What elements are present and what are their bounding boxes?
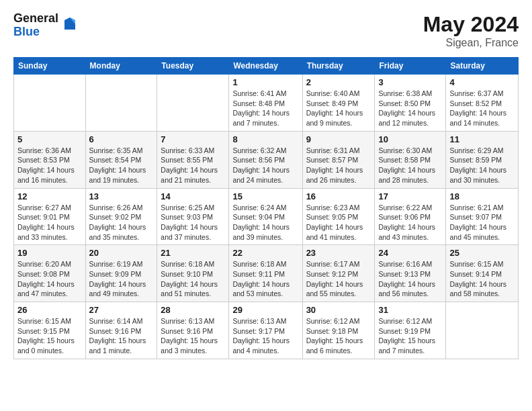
col-sunday: Sunday <box>14 58 86 75</box>
day-number: 14 <box>161 191 225 201</box>
calendar-cell: 5Sunrise: 6:36 AMSunset: 8:53 PMDaylight… <box>14 131 86 188</box>
calendar-page: General Blue May 2024 Sigean, France Sun… <box>0 0 532 366</box>
calendar-cell: 12Sunrise: 6:27 AMSunset: 9:01 PMDayligh… <box>14 188 86 245</box>
day-number: 28 <box>161 305 225 315</box>
calendar-cell: 16Sunrise: 6:23 AMSunset: 9:05 PMDayligh… <box>302 188 375 245</box>
day-info: Sunrise: 6:14 AMSunset: 9:16 PMDaylight:… <box>89 316 154 356</box>
header: General Blue May 2024 Sigean, France <box>13 12 519 49</box>
day-number: 19 <box>17 248 82 258</box>
day-number: 5 <box>17 134 82 144</box>
col-wednesday: Wednesday <box>229 58 302 75</box>
week-row-2: 12Sunrise: 6:27 AMSunset: 9:01 PMDayligh… <box>14 188 519 245</box>
day-info: Sunrise: 6:12 AMSunset: 9:19 PMDaylight:… <box>378 316 442 356</box>
calendar-cell: 7Sunrise: 6:33 AMSunset: 8:55 PMDaylight… <box>157 131 229 188</box>
day-info: Sunrise: 6:13 AMSunset: 9:16 PMDaylight:… <box>161 316 225 356</box>
logo-general: General <box>13 12 58 26</box>
day-info: Sunrise: 6:13 AMSunset: 9:17 PMDaylight:… <box>232 316 298 356</box>
day-number: 7 <box>161 134 225 144</box>
calendar-cell: 26Sunrise: 6:15 AMSunset: 9:15 PMDayligh… <box>14 302 86 359</box>
day-info: Sunrise: 6:37 AMSunset: 8:52 PMDaylight:… <box>449 89 515 128</box>
calendar-cell: 20Sunrise: 6:19 AMSunset: 9:09 PMDayligh… <box>85 245 157 302</box>
calendar-cell: 3Sunrise: 6:38 AMSunset: 8:50 PMDaylight… <box>375 75 446 132</box>
calendar-cell <box>157 75 229 132</box>
week-row-3: 19Sunrise: 6:20 AMSunset: 9:08 PMDayligh… <box>14 245 519 302</box>
day-info: Sunrise: 6:15 AMSunset: 9:14 PMDaylight:… <box>449 259 515 299</box>
day-number: 21 <box>161 248 225 258</box>
calendar-cell: 11Sunrise: 6:29 AMSunset: 8:59 PMDayligh… <box>446 131 519 188</box>
day-info: Sunrise: 6:35 AMSunset: 8:54 PMDaylight:… <box>89 146 154 185</box>
day-info: Sunrise: 6:29 AMSunset: 8:59 PMDaylight:… <box>449 146 515 185</box>
day-number: 26 <box>17 305 82 315</box>
day-info: Sunrise: 6:18 AMSunset: 9:11 PMDaylight:… <box>232 259 298 299</box>
calendar-cell: 15Sunrise: 6:24 AMSunset: 9:04 PMDayligh… <box>229 188 302 245</box>
header-row: Sunday Monday Tuesday Wednesday Thursday… <box>14 58 519 75</box>
week-row-0: 1Sunrise: 6:41 AMSunset: 8:48 PMDaylight… <box>14 75 519 132</box>
day-info: Sunrise: 6:38 AMSunset: 8:50 PMDaylight:… <box>378 89 442 128</box>
col-saturday: Saturday <box>446 58 519 75</box>
calendar-cell: 30Sunrise: 6:12 AMSunset: 9:18 PMDayligh… <box>302 302 375 359</box>
day-number: 13 <box>89 191 154 201</box>
day-number: 24 <box>378 248 442 258</box>
day-number: 3 <box>378 77 442 87</box>
calendar-cell: 24Sunrise: 6:16 AMSunset: 9:13 PMDayligh… <box>375 245 446 302</box>
calendar-cell <box>446 302 519 359</box>
col-thursday: Thursday <box>302 58 375 75</box>
day-info: Sunrise: 6:17 AMSunset: 9:12 PMDaylight:… <box>306 259 371 299</box>
day-number: 2 <box>306 77 371 87</box>
day-number: 30 <box>306 305 371 315</box>
day-info: Sunrise: 6:40 AMSunset: 8:49 PMDaylight:… <box>306 89 371 128</box>
day-info: Sunrise: 6:41 AMSunset: 8:48 PMDaylight:… <box>232 89 298 128</box>
day-number: 27 <box>89 305 154 315</box>
col-tuesday: Tuesday <box>157 58 229 75</box>
day-info: Sunrise: 6:30 AMSunset: 8:58 PMDaylight:… <box>378 146 442 185</box>
col-friday: Friday <box>375 58 446 75</box>
calendar-cell: 21Sunrise: 6:18 AMSunset: 9:10 PMDayligh… <box>157 245 229 302</box>
week-row-1: 5Sunrise: 6:36 AMSunset: 8:53 PMDaylight… <box>14 131 519 188</box>
calendar-cell: 2Sunrise: 6:40 AMSunset: 8:49 PMDaylight… <box>302 75 375 132</box>
calendar-cell: 17Sunrise: 6:22 AMSunset: 9:06 PMDayligh… <box>375 188 446 245</box>
title-area: May 2024 Sigean, France <box>423 12 519 49</box>
calendar-cell: 28Sunrise: 6:13 AMSunset: 9:16 PMDayligh… <box>157 302 229 359</box>
day-info: Sunrise: 6:15 AMSunset: 9:15 PMDaylight:… <box>17 316 82 356</box>
day-info: Sunrise: 6:32 AMSunset: 8:56 PMDaylight:… <box>232 146 298 185</box>
logo-text: General Blue <box>13 12 58 39</box>
day-number: 15 <box>232 191 298 201</box>
calendar-cell: 1Sunrise: 6:41 AMSunset: 8:48 PMDaylight… <box>229 75 302 132</box>
calendar-cell: 23Sunrise: 6:17 AMSunset: 9:12 PMDayligh… <box>302 245 375 302</box>
day-number: 18 <box>449 191 515 201</box>
calendar-cell: 8Sunrise: 6:32 AMSunset: 8:56 PMDaylight… <box>229 131 302 188</box>
calendar-cell: 25Sunrise: 6:15 AMSunset: 9:14 PMDayligh… <box>446 245 519 302</box>
calendar-cell: 19Sunrise: 6:20 AMSunset: 9:08 PMDayligh… <box>14 245 86 302</box>
month-title: May 2024 <box>423 12 519 37</box>
calendar-cell: 14Sunrise: 6:25 AMSunset: 9:03 PMDayligh… <box>157 188 229 245</box>
day-info: Sunrise: 6:18 AMSunset: 9:10 PMDaylight:… <box>161 259 225 299</box>
day-info: Sunrise: 6:26 AMSunset: 9:02 PMDaylight:… <box>89 203 154 242</box>
week-row-4: 26Sunrise: 6:15 AMSunset: 9:15 PMDayligh… <box>14 302 519 359</box>
day-info: Sunrise: 6:16 AMSunset: 9:13 PMDaylight:… <box>378 259 442 299</box>
calendar-cell: 13Sunrise: 6:26 AMSunset: 9:02 PMDayligh… <box>85 188 157 245</box>
day-number: 23 <box>306 248 371 258</box>
day-info: Sunrise: 6:12 AMSunset: 9:18 PMDaylight:… <box>306 316 371 356</box>
calendar-cell: 22Sunrise: 6:18 AMSunset: 9:11 PMDayligh… <box>229 245 302 302</box>
calendar-cell: 31Sunrise: 6:12 AMSunset: 9:19 PMDayligh… <box>375 302 446 359</box>
logo: General Blue <box>13 12 79 39</box>
day-info: Sunrise: 6:24 AMSunset: 9:04 PMDaylight:… <box>232 203 298 242</box>
calendar-cell: 6Sunrise: 6:35 AMSunset: 8:54 PMDaylight… <box>85 131 157 188</box>
day-number: 16 <box>306 191 371 201</box>
day-number: 25 <box>449 248 515 258</box>
day-number: 11 <box>449 134 515 144</box>
calendar-cell: 9Sunrise: 6:31 AMSunset: 8:57 PMDaylight… <box>302 131 375 188</box>
day-info: Sunrise: 6:25 AMSunset: 9:03 PMDaylight:… <box>161 203 225 242</box>
col-monday: Monday <box>85 58 157 75</box>
day-number: 9 <box>306 134 371 144</box>
calendar-cell <box>85 75 157 132</box>
calendar-cell <box>14 75 86 132</box>
day-number: 17 <box>378 191 442 201</box>
day-number: 12 <box>17 191 82 201</box>
location-title: Sigean, France <box>423 37 519 49</box>
logo-blue: Blue <box>13 26 58 39</box>
day-number: 29 <box>232 305 298 315</box>
day-info: Sunrise: 6:19 AMSunset: 9:09 PMDaylight:… <box>89 259 154 299</box>
day-info: Sunrise: 6:33 AMSunset: 8:55 PMDaylight:… <box>161 146 225 185</box>
day-number: 4 <box>449 77 515 87</box>
